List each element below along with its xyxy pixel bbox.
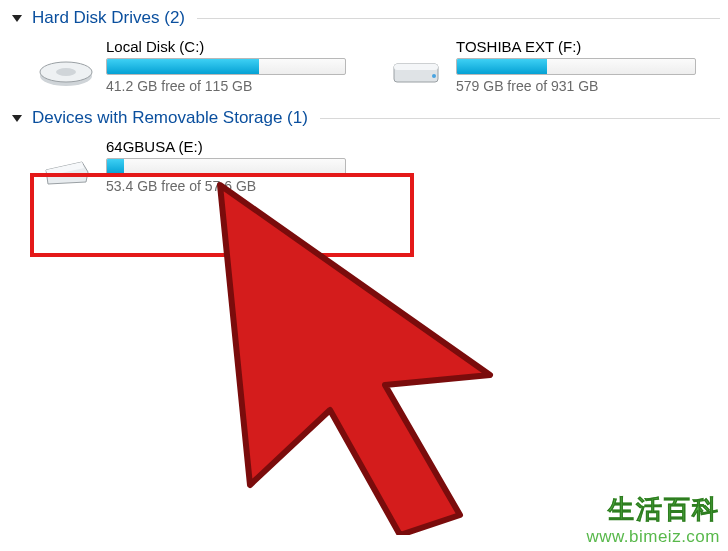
section-header-hard-disk[interactable]: Hard Disk Drives (2) <box>0 0 728 32</box>
drive-label: TOSHIBA EXT (F:) <box>456 38 706 55</box>
drive-usage-bar <box>106 158 346 175</box>
hard-drive-icon <box>36 42 96 90</box>
drive-local-disk-c[interactable]: Local Disk (C:) 41.2 GB free of 115 GB <box>36 38 356 94</box>
section-divider <box>320 118 720 119</box>
drive-64gbusa-e[interactable]: 64GBUSA (E:) 53.4 GB free of 57.6 GB <box>36 138 356 194</box>
section-title: Devices with Removable Storage (1) <box>32 108 308 128</box>
section-divider <box>197 18 720 19</box>
removable-drive-icon <box>36 142 96 190</box>
drive-free-text: 53.4 GB free of 57.6 GB <box>106 178 356 194</box>
drive-toshiba-ext-f[interactable]: TOSHIBA EXT (F:) 579 GB free of 931 GB <box>386 38 706 94</box>
drive-usage-bar <box>106 58 346 75</box>
drive-info: TOSHIBA EXT (F:) 579 GB free of 931 GB <box>456 38 706 94</box>
hard-disk-row: Local Disk (C:) 41.2 GB free of 115 GB T… <box>0 32 728 100</box>
drive-usage-fill <box>107 59 259 74</box>
drive-info: 64GBUSA (E:) 53.4 GB free of 57.6 GB <box>106 138 356 194</box>
svg-point-2 <box>56 68 76 76</box>
drive-free-text: 41.2 GB free of 115 GB <box>106 78 356 94</box>
external-drive-icon <box>386 42 446 90</box>
removable-row: 64GBUSA (E:) 53.4 GB free of 57.6 GB <box>0 132 728 200</box>
collapse-triangle-icon <box>12 15 22 22</box>
drive-info: Local Disk (C:) 41.2 GB free of 115 GB <box>106 38 356 94</box>
collapse-triangle-icon <box>12 115 22 122</box>
annotation-cursor-icon <box>200 175 520 535</box>
drive-free-text: 579 GB free of 931 GB <box>456 78 706 94</box>
section-title: Hard Disk Drives (2) <box>32 8 185 28</box>
svg-point-5 <box>432 74 436 78</box>
watermark-cn: 生活百科 <box>586 492 720 527</box>
svg-rect-4 <box>394 64 438 70</box>
drive-usage-fill <box>457 59 547 74</box>
drive-label: 64GBUSA (E:) <box>106 138 356 155</box>
drive-usage-fill <box>107 159 124 174</box>
watermark-url: www.bimeiz.com <box>586 527 720 547</box>
drive-label: Local Disk (C:) <box>106 38 356 55</box>
watermark: 生活百科 www.bimeiz.com <box>586 492 720 547</box>
drive-usage-bar <box>456 58 696 75</box>
section-header-removable[interactable]: Devices with Removable Storage (1) <box>0 100 728 132</box>
